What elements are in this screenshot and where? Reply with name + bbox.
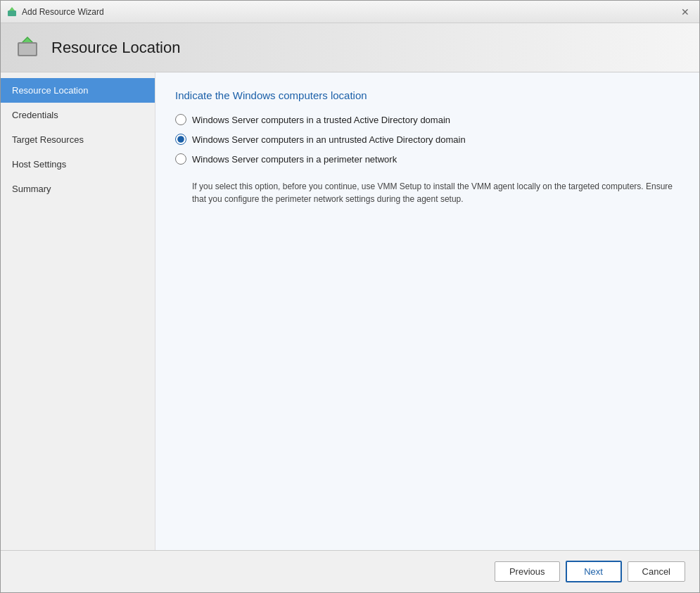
section-title: Indicate the Windows computers location: [175, 89, 680, 101]
radio-untrusted[interactable]: [175, 134, 186, 145]
cancel-button[interactable]: Cancel: [628, 561, 685, 582]
header-banner: Resource Location: [1, 23, 699, 72]
sidebar-item-target-resources[interactable]: Target Resources: [1, 127, 155, 152]
radio-trusted[interactable]: [175, 114, 186, 125]
title-bar-left: Add Resource Wizard: [6, 6, 104, 18]
radio-option-trusted[interactable]: Windows Server computers in a trusted Ac…: [175, 114, 680, 125]
radio-option-perimeter[interactable]: Windows Server computers in a perimeter …: [175, 153, 680, 165]
window-icon: [6, 6, 18, 18]
sidebar-item-summary[interactable]: Summary: [1, 177, 155, 201]
radio-perimeter-label: Windows Server computers in a perimeter …: [192, 154, 397, 165]
footer: Previous Next Cancel: [1, 550, 699, 592]
content-area: Resource Location Credentials Target Res…: [1, 72, 699, 550]
radio-option-untrusted[interactable]: Windows Server computers in an untrusted…: [175, 134, 680, 145]
main-content: Indicate the Windows computers location …: [155, 72, 699, 550]
svg-rect-0: [8, 11, 16, 16]
window-title: Add Resource Wizard: [22, 7, 104, 17]
header-icon: [15, 35, 40, 60]
svg-marker-1: [9, 7, 15, 11]
sidebar-item-credentials[interactable]: Credentials: [1, 103, 155, 127]
close-button[interactable]: ✕: [677, 5, 694, 19]
wizard-window: Add Resource Wizard ✕ Resource Location …: [0, 0, 700, 593]
previous-button[interactable]: Previous: [495, 561, 560, 582]
radio-trusted-label: Windows Server computers in a trusted Ac…: [192, 115, 450, 125]
title-bar: Add Resource Wizard ✕: [1, 1, 699, 23]
sidebar: Resource Location Credentials Target Res…: [1, 72, 155, 550]
radio-perimeter[interactable]: [175, 153, 186, 165]
next-button[interactable]: Next: [566, 561, 622, 582]
radio-group: Windows Server computers in a trusted Ac…: [175, 114, 680, 205]
svg-rect-3: [19, 44, 36, 55]
radio-untrusted-label: Windows Server computers in an untrusted…: [192, 134, 466, 145]
sidebar-item-host-settings[interactable]: Host Settings: [1, 152, 155, 177]
header-title: Resource Location: [51, 39, 180, 57]
sidebar-item-resource-location[interactable]: Resource Location: [1, 78, 155, 103]
perimeter-info-text: If you select this option, before you co…: [192, 180, 680, 205]
